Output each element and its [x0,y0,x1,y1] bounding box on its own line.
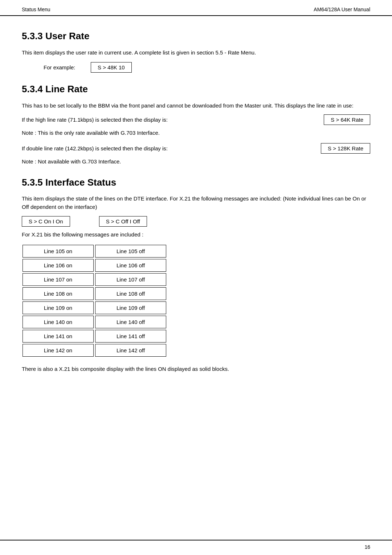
footer-note: There is also a X.21 bis composite displ… [22,365,370,373]
line-on-box: Line 108 on [23,287,94,300]
section-35-heading: 5.3.5 Interface Status [22,177,370,188]
line-on-box: Line 141 on [23,330,94,343]
line-on-box: Line 109 on [23,301,94,314]
note1: Note : This is the only rate available w… [22,129,370,137]
section-33-intro: This item displays the user rate in curr… [22,48,370,57]
page-number: 16 [364,544,370,550]
c-on-off-row: S > C On I On S > C Off I Off [22,216,370,227]
section-interface-status: 5.3.5 Interface Status This item display… [22,177,370,373]
section-34-intro: This has to be set locally to the BBM vi… [22,101,370,110]
page: Status Menu AM64/128A User Manual 5.3.3 … [0,0,392,555]
line-off-box: Line 106 off [95,259,166,272]
example-row: For example: S > 48K 10 [44,62,370,73]
c-on-display: S > C On I On [22,216,70,227]
double-rate-display: S > 128K Rate [321,143,370,154]
high-rate-row: If the high line rate (71.1kbps) is sele… [22,114,370,125]
line-on-box: Line 105 on [23,245,94,258]
x21bis-intro: For X.21 bis the following messages are … [22,230,370,239]
line-off-box: Line 107 off [95,273,166,286]
line-on-box: Line 140 on [23,316,94,328]
section-user-rate: 5.3.3 User Rate This item displays the u… [22,31,370,73]
line-off-box: Line 142 off [95,344,166,357]
line-off-box: Line 109 off [95,301,166,314]
section-33-heading: 5.3.3 User Rate [22,31,370,42]
line-on-box: Line 106 on [23,259,94,272]
footer-divider [0,540,392,540]
note2: Note : Not available with G.703 Interfac… [22,157,370,166]
section-line-rate: 5.3.4 Line Rate This has to be set local… [22,84,370,166]
line-off-box: Line 141 off [95,330,166,343]
section-35-intro: This item displays the state of the line… [22,195,370,211]
c-off-display: S > C Off I Off [99,216,147,227]
high-rate-text: If the high line rate (71.1kbps) is sele… [22,117,309,123]
lines-grid: Line 105 onLine 105 offLine 106 onLine 1… [22,244,370,357]
line-off-box: Line 108 off [95,287,166,300]
line-off-box: Line 140 off [95,316,166,328]
page-content: 5.3.3 User Rate This item displays the u… [0,16,392,406]
section-34-heading: 5.3.4 Line Rate [22,84,370,95]
line-off-box: Line 105 off [95,245,166,258]
line-on-box: Line 142 on [23,344,94,357]
line-on-box: Line 107 on [23,273,94,286]
page-header: Status Menu AM64/128A User Manual [0,0,392,16]
double-rate-row: If double line rate (142.2kbps) is selec… [22,143,370,154]
example-label: For example: [44,64,80,70]
header-right: AM64/128A User Manual [314,7,370,12]
double-rate-text: If double line rate (142.2kbps) is selec… [22,145,306,151]
header-left: Status Menu [22,7,50,12]
high-rate-display: S > 64K Rate [324,114,370,125]
example-display-box: S > 48K 10 [91,62,132,73]
